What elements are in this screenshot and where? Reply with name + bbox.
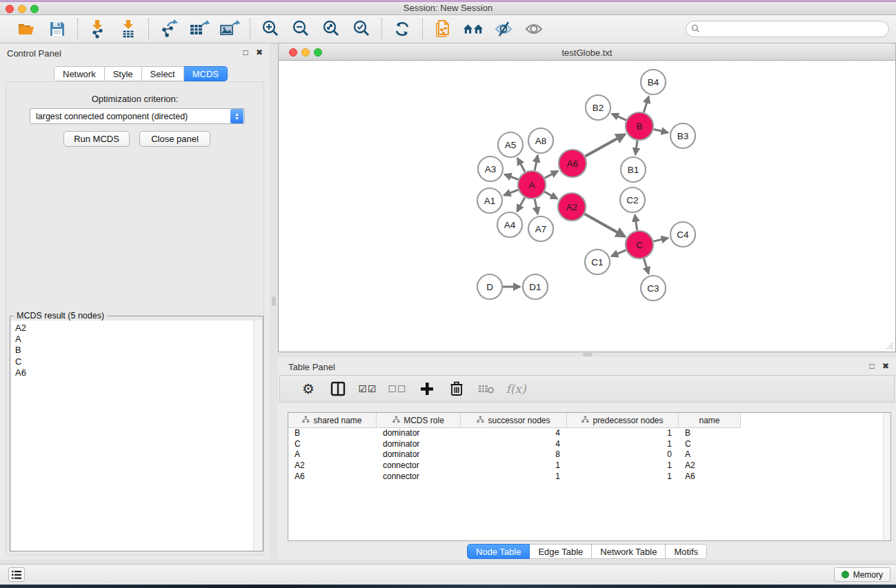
select-all-checks-icon[interactable]: ☑☑ bbox=[359, 380, 377, 398]
delete-column-icon[interactable] bbox=[448, 380, 466, 398]
table-cell[interactable]: A2 bbox=[288, 460, 377, 472]
window-resize-grip[interactable] bbox=[885, 341, 894, 350]
zoom-in-icon[interactable] bbox=[260, 19, 281, 39]
mcds-result-item[interactable]: A2 bbox=[15, 323, 254, 334]
add-column-icon[interactable] bbox=[418, 380, 436, 398]
table-cell[interactable]: A bbox=[288, 449, 377, 460]
column-header-MCDS-role[interactable]: MCDS role bbox=[377, 413, 461, 428]
table-cell[interactable]: connector bbox=[377, 472, 461, 483]
search-input[interactable] bbox=[686, 21, 889, 37]
graph-edge-A-A8[interactable] bbox=[535, 156, 537, 171]
table-cell[interactable]: dominator bbox=[377, 449, 461, 460]
open-folder-icon[interactable] bbox=[17, 19, 37, 39]
column-header-successor-nodes[interactable]: successor nodes bbox=[461, 413, 567, 428]
table-cell[interactable]: 1 bbox=[567, 460, 679, 472]
table-scrollbar[interactable] bbox=[883, 413, 890, 540]
graph-edge-C-C4[interactable] bbox=[653, 238, 668, 241]
graph-edge-C-C1[interactable] bbox=[611, 250, 626, 256]
mcds-result-item[interactable]: B bbox=[15, 345, 254, 356]
table-cell[interactable]: A2 bbox=[679, 460, 741, 472]
graph-edge-A-A1[interactable] bbox=[504, 190, 519, 195]
table-cell[interactable]: dominator bbox=[377, 428, 461, 439]
vertical-splitter-grip[interactable] bbox=[272, 296, 276, 306]
mcds-result-item[interactable]: C bbox=[15, 356, 254, 367]
table-cell[interactable]: 4 bbox=[461, 439, 567, 450]
zoom-out-icon[interactable] bbox=[290, 19, 311, 39]
graph-edge-A-A3[interactable] bbox=[505, 174, 519, 180]
tab-network[interactable]: Network bbox=[54, 66, 105, 81]
graph-edge-A-A4[interactable] bbox=[517, 197, 525, 211]
table-cell[interactable]: A6 bbox=[288, 472, 377, 483]
tab-select[interactable]: Select bbox=[142, 66, 184, 81]
float-panel-icon[interactable]: □ bbox=[241, 48, 250, 57]
refresh-icon[interactable] bbox=[392, 19, 412, 39]
split-columns-icon[interactable] bbox=[329, 380, 347, 398]
zoom-fit-icon[interactable] bbox=[321, 19, 341, 39]
zoom-selected-icon[interactable] bbox=[351, 19, 372, 39]
tab-style[interactable]: Style bbox=[105, 66, 142, 81]
graph-edge-A-A5[interactable] bbox=[517, 158, 525, 172]
table-cell[interactable]: 0 bbox=[567, 449, 679, 460]
memory-button[interactable]: Memory bbox=[834, 567, 890, 582]
table-cell[interactable]: B bbox=[288, 428, 377, 439]
criterion-dropdown[interactable]: largest connected component (directed) ▲… bbox=[30, 108, 245, 124]
network-canvas[interactable]: B4B2BB3A8A5A6B1A3AC2A1A2A4A7C4CC1C3DD1 bbox=[278, 61, 896, 352]
mcds-list-scrollbar[interactable] bbox=[253, 321, 262, 551]
graph-edge-C-C3[interactable] bbox=[644, 258, 648, 274]
export-network-icon[interactable] bbox=[159, 19, 179, 39]
tab-edge-table[interactable]: Edge Table bbox=[530, 544, 592, 559]
table-cell[interactable]: A bbox=[679, 449, 741, 460]
tab-motifs[interactable]: Motifs bbox=[666, 544, 707, 559]
column-header-shared-name[interactable]: shared name bbox=[288, 413, 377, 428]
network-window-titlebar[interactable]: testGlobe.txt bbox=[278, 43, 896, 61]
table-cell[interactable]: C bbox=[679, 439, 741, 450]
table-cell[interactable]: C bbox=[288, 439, 377, 450]
mcds-result-item[interactable]: A6 bbox=[15, 367, 254, 378]
table-cell[interactable]: 4 bbox=[461, 428, 567, 439]
column-header-name[interactable]: name bbox=[679, 413, 741, 428]
table-close-panel-icon[interactable]: ✖ bbox=[881, 361, 890, 371]
export-table-icon[interactable] bbox=[189, 19, 210, 39]
unselect-all-checks-icon[interactable]: ☐☐ bbox=[388, 380, 406, 398]
horizontal-splitter-grip[interactable] bbox=[583, 353, 593, 356]
mcds-result-item[interactable]: A bbox=[15, 334, 254, 345]
run-mcds-button[interactable]: Run MCDS bbox=[63, 131, 130, 147]
graph-edge-A2-C[interactable] bbox=[584, 214, 625, 236]
graph-edge-B-B3[interactable] bbox=[653, 130, 668, 133]
table-float-panel-icon[interactable]: □ bbox=[867, 361, 877, 371]
hide-graphics-details-icon[interactable] bbox=[493, 19, 514, 39]
graph-edge-B-B4[interactable] bbox=[644, 97, 648, 112]
table-cell[interactable]: 1 bbox=[567, 439, 679, 450]
graph-edge-A-A2[interactable] bbox=[544, 192, 557, 199]
tab-node-table[interactable]: Node Table bbox=[467, 544, 530, 559]
table-cell[interactable]: B bbox=[679, 428, 741, 439]
tab-mcds[interactable]: MCDS bbox=[184, 66, 228, 81]
table-cell[interactable]: 1 bbox=[567, 428, 679, 439]
save-icon[interactable] bbox=[47, 19, 68, 39]
table-cell[interactable]: 1 bbox=[567, 472, 679, 483]
import-table-icon[interactable] bbox=[118, 19, 139, 39]
export-image-icon[interactable] bbox=[219, 19, 240, 39]
network-document-icon[interactable] bbox=[432, 19, 453, 39]
show-graphics-details-icon[interactable] bbox=[524, 19, 544, 39]
table-cell[interactable]: connector bbox=[377, 460, 461, 472]
graph-edge-B-B2[interactable] bbox=[612, 114, 626, 120]
table-cell[interactable]: 8 bbox=[461, 449, 567, 460]
close-panel-icon[interactable]: ✖ bbox=[255, 48, 264, 57]
close-panel-button[interactable]: Close panel bbox=[139, 131, 210, 147]
graph-edge-A6-B[interactable] bbox=[585, 134, 625, 156]
graph-edge-B-B1[interactable] bbox=[635, 141, 637, 154]
table-cell[interactable]: dominator bbox=[377, 439, 461, 450]
import-network-icon[interactable] bbox=[88, 19, 108, 39]
graph-edge-A-A7[interactable] bbox=[535, 199, 537, 214]
graph-edge-C-C2[interactable] bbox=[635, 215, 637, 231]
graph-edge-A-A6[interactable] bbox=[545, 171, 558, 178]
gear-icon[interactable]: ⚙ bbox=[299, 380, 317, 398]
task-history-button[interactable] bbox=[8, 567, 25, 582]
tab-network-table[interactable]: Network Table bbox=[592, 544, 666, 559]
table-cell[interactable]: 1 bbox=[461, 460, 567, 472]
home-icon[interactable] bbox=[463, 19, 484, 39]
column-header-predecessor-nodes[interactable]: predecessor nodes bbox=[567, 413, 679, 428]
table-cell[interactable]: 1 bbox=[461, 472, 567, 483]
table-cell[interactable]: A6 bbox=[679, 472, 741, 483]
